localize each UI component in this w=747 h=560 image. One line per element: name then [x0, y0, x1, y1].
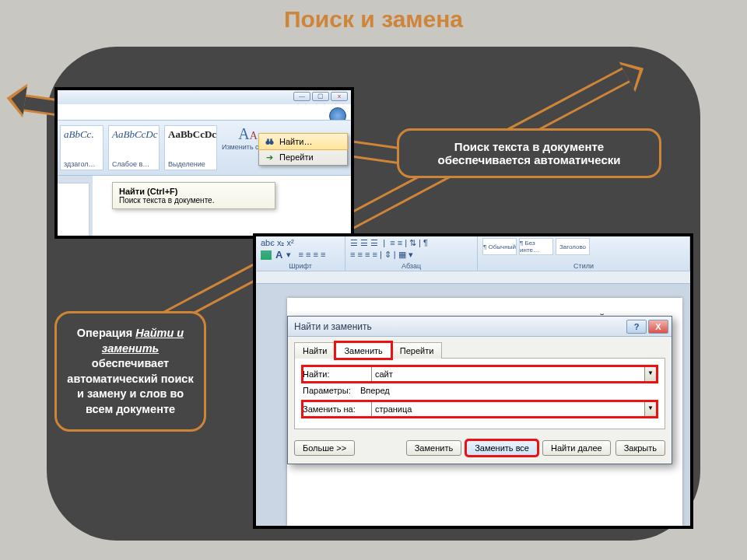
style-item[interactable]: Заголово: [556, 238, 590, 255]
ribbon-group-paragraph: ☰ ☰ ☰ | ≡ ≡ | ⇅ | ¶ ≡ ≡ ≡ ≡ | ⇕ | ▦ ▾ Аб…: [345, 236, 478, 271]
ribbon-group-styles: ¶ Обычный ¶ Без инте… Заголово Стили: [478, 236, 690, 271]
callout-text: Операция: [77, 327, 135, 339]
style-gallery-item[interactable]: AaBbCcDc Слабое в…: [108, 125, 160, 170]
dialog-tabpane: Найти: ▼ Параметры: Вперед Заменить на: …: [294, 358, 665, 429]
find-next-button[interactable]: Найти далее: [542, 440, 611, 456]
replace-all-button[interactable]: Заменить все: [466, 440, 538, 456]
tab-goto[interactable]: Перейти: [391, 342, 443, 359]
dropdown-icon[interactable]: ▼: [644, 401, 657, 417]
window-maximize-button[interactable]: ▢: [312, 92, 329, 101]
style-label: Слабое в…: [112, 160, 156, 168]
ribbon-group-label: Шрифт: [261, 261, 340, 270]
binoculars-icon: [264, 136, 275, 147]
tooltip-body: Поиск текста в документе.: [119, 196, 214, 205]
more-button[interactable]: Больше >>: [294, 440, 355, 456]
window-minimize-button[interactable]: —: [293, 92, 310, 101]
ribbon-group-label: Стили: [482, 261, 685, 270]
dialog-titlebar[interactable]: Найти и заменить ? X: [288, 317, 672, 337]
ribbon-group-font: abє x₂ x² A ▾ ≡ ≡ ≡ ≡ Шрифт: [256, 236, 345, 271]
slide-title: Поиск и замена: [0, 6, 747, 33]
svg-rect-3: [270, 138, 272, 141]
screenshot-ribbon-find: — ▢ x aBbCc. здзагол… AaBbCcDc Слабое в……: [54, 87, 354, 239]
replace-label: Заменить на:: [303, 404, 366, 414]
ruler[interactable]: [256, 271, 690, 284]
style-gallery-item[interactable]: aBbCc. здзагол…: [60, 125, 103, 170]
replace-row: Заменить на: ▼: [303, 401, 657, 417]
style-item[interactable]: ¶ Обычный: [482, 238, 517, 255]
document-area: [58, 176, 93, 236]
ribbon: abє x₂ x² A ▾ ≡ ≡ ≡ ≡ Шрифт ☰ ☰ ☰ | ≡ ≡ …: [256, 236, 690, 271]
dialog-button-row: Больше >> Заменить Заменить все Найти да…: [288, 437, 672, 464]
callout-text: обеспечивает автоматический поиск и заме…: [67, 357, 193, 415]
font-buttons[interactable]: abє x₂ x²: [261, 238, 340, 248]
svg-rect-2: [267, 138, 268, 141]
params-value: Вперед: [360, 386, 390, 395]
params-label: Параметры:: [303, 386, 351, 395]
find-replace-dialog: Найти и заменить ? X Найти Заменить Пере…: [287, 316, 672, 464]
style-gallery-item[interactable]: AaBbCcDc Выделение: [164, 125, 217, 170]
style-sample: AaBbCcDc: [168, 128, 213, 141]
find-row: Найти: ▼: [303, 366, 657, 382]
callout-find-replace: Операция Найти и заменить обеспечивает а…: [54, 311, 206, 432]
style-sample: aBbCc.: [64, 128, 100, 141]
menu-item-goto[interactable]: ➔ Перейти: [259, 149, 347, 165]
replace-combobox[interactable]: ▼: [371, 401, 657, 417]
close-button[interactable]: Закрыть: [615, 440, 665, 456]
style-label: Выделение: [168, 160, 213, 168]
highlight-icon[interactable]: [261, 250, 272, 260]
dialog-tabstrip: Найти Заменить Перейти: [288, 337, 672, 358]
style-sample: AaBbCcDc: [112, 128, 156, 141]
window-close-button[interactable]: x: [331, 92, 348, 101]
dialog-close-button[interactable]: X: [648, 320, 668, 334]
menu-item-label: Перейти: [279, 152, 314, 162]
editing-dropdown-menu: Найти… ➔ Перейти: [258, 133, 348, 166]
dialog-title: Найти и заменить: [294, 321, 626, 332]
dialog-help-button[interactable]: ?: [626, 320, 647, 334]
menu-item-label: Найти…: [279, 137, 312, 146]
callout-find-auto: Поиск текста в документе обеспечивается …: [397, 128, 661, 178]
menu-item-find[interactable]: Найти…: [258, 133, 348, 150]
goto-arrow-icon: ➔: [264, 152, 275, 163]
find-input[interactable]: [371, 366, 644, 382]
find-label: Найти:: [303, 369, 366, 379]
window-titlebar: — ▢ x: [58, 90, 351, 104]
search-params: Параметры: Вперед: [303, 386, 657, 395]
style-item[interactable]: ¶ Без инте…: [519, 238, 553, 255]
style-label: здзагол…: [64, 160, 100, 168]
tooltip-title: Найти (Ctrl+F): [119, 187, 177, 196]
tab-find[interactable]: Найти: [294, 342, 335, 359]
ribbon-group-label: Абзац: [350, 261, 472, 270]
tab-replace[interactable]: Заменить: [335, 342, 391, 359]
dropdown-icon[interactable]: ▼: [644, 366, 657, 382]
tooltip-find: Найти (Ctrl+F) Поиск текста в документе.: [112, 182, 275, 209]
replace-button[interactable]: Заменить: [406, 440, 461, 456]
find-combobox[interactable]: ▼: [371, 366, 657, 382]
screenshot-find-replace-dialog: abє x₂ x² A ▾ ≡ ≡ ≡ ≡ Шрифт ☰ ☰ ☰ | ≡ ≡ …: [253, 233, 693, 529]
replace-input[interactable]: [371, 401, 644, 417]
